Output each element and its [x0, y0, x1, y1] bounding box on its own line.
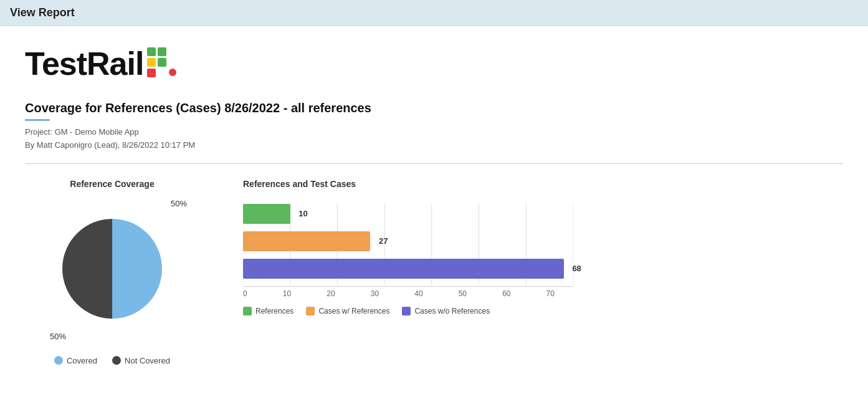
- charts-container: Reference Coverage 50% 50% Covered: [25, 179, 843, 365]
- bar-chart-inner: 10 27 68: [237, 198, 598, 315]
- logo-wordmark: TestRail: [25, 45, 143, 82]
- pie-chart-wrapper: 50% 50%: [56, 213, 168, 327]
- bar-legend-box-cases-with: [306, 307, 315, 315]
- pie-label-bottom: 50%: [50, 332, 66, 341]
- pie-chart-title: Reference Coverage: [70, 179, 154, 189]
- x-tick-0: 0: [243, 289, 247, 298]
- x-tick-30: 30: [371, 289, 379, 298]
- bar-legend: References Cases w/ References Cases w/o…: [243, 307, 573, 315]
- not-covered-label: Not Covered: [125, 356, 170, 365]
- not-covered-dot: [112, 356, 121, 365]
- covered-label: Covered: [67, 356, 97, 365]
- bar-chart-section: References and Test Cases: [237, 179, 843, 315]
- header-bar: View Report: [0, 0, 868, 26]
- section-divider: [25, 163, 843, 164]
- page-title: View Report: [10, 6, 75, 19]
- bar-legend-cases-with: Cases w/ References: [306, 307, 389, 315]
- bar-legend-label-references: References: [255, 307, 293, 315]
- axis-line: [243, 286, 573, 287]
- legend-item-not-covered: Not Covered: [112, 356, 170, 365]
- main-content: TestRail Coverage for References (Cases)…: [0, 26, 868, 384]
- bar-row-references: 10: [243, 204, 573, 224]
- x-tick-60: 60: [502, 289, 510, 298]
- report-underline: [25, 119, 50, 121]
- pie-chart-section: Reference Coverage 50% 50% Covered: [25, 179, 199, 365]
- pie-chart-svg: [56, 213, 168, 325]
- bar-fill-cases-without: 68: [243, 259, 564, 279]
- bar-value-cases-with: 27: [379, 236, 388, 246]
- bar-row-cases-without: 68: [243, 259, 573, 279]
- x-axis: 0 10 20 30 40 50 60 70: [243, 289, 573, 298]
- bar-track-cases-without: 68: [243, 259, 573, 279]
- covered-dot: [54, 356, 63, 365]
- bar-legend-label-cases-without: Cases w/o References: [414, 307, 490, 315]
- logo-grid-cell-1: [147, 47, 156, 56]
- bar-value-references: 10: [298, 209, 307, 218]
- logo-grid-cell-5: [147, 69, 156, 77]
- report-project: Project: GM - Demo Mobile App: [25, 126, 843, 139]
- logo: TestRail: [25, 45, 176, 82]
- bar-chart-title: References and Test Cases: [243, 179, 843, 189]
- bar-fill-cases-with: 27: [243, 231, 370, 251]
- bar-legend-references: References: [243, 307, 293, 315]
- x-tick-20: 20: [327, 289, 335, 298]
- x-tick-70: 70: [546, 289, 555, 298]
- bar-legend-box-cases-without: [402, 307, 411, 315]
- bar-track-cases-with: 27: [243, 231, 573, 251]
- logo-area: TestRail: [25, 45, 843, 82]
- bar-track-references: 10: [243, 204, 573, 224]
- x-tick-40: 40: [414, 289, 422, 298]
- bar-row-cases-with: 27: [243, 231, 573, 251]
- bar-legend-cases-without: Cases w/o References: [402, 307, 490, 315]
- bar-legend-box-references: [243, 307, 252, 315]
- logo-dot: [169, 69, 176, 76]
- bar-fill-references: 10: [243, 204, 290, 224]
- bar-value-cases-without: 68: [572, 264, 581, 273]
- logo-grid-cell-4: [158, 58, 166, 67]
- report-author: By Matt Caponigro (Lead), 8/26/2022 10:1…: [25, 139, 843, 152]
- logo-grid-cell-2: [158, 47, 166, 56]
- pie-label-top: 50%: [171, 199, 187, 208]
- x-tick-10: 10: [283, 289, 291, 298]
- legend-item-covered: Covered: [54, 356, 97, 365]
- logo-grid: [147, 47, 166, 77]
- bar-legend-label-cases-with: Cases w/ References: [318, 307, 389, 315]
- x-tick-50: 50: [459, 289, 467, 298]
- pie-legend: Covered Not Covered: [54, 356, 170, 365]
- report-title: Coverage for References (Cases) 8/26/202…: [25, 101, 843, 115]
- logo-grid-cell-3: [147, 58, 156, 67]
